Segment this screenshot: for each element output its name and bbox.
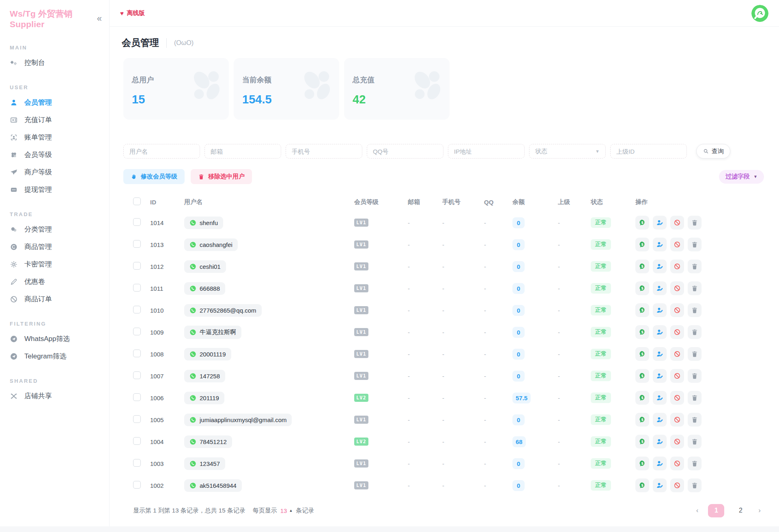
row-action-ban-user-button[interactable]: [670, 281, 684, 295]
sidebar-item-category-management[interactable]: 分类管理: [0, 221, 109, 238]
page-button-2[interactable]: 2: [732, 504, 749, 517]
row-action-edit-user-button[interactable]: [653, 413, 667, 427]
sidebar-item-bill-management[interactable]: 账单管理: [0, 129, 109, 146]
row-action-ban-user-button[interactable]: [670, 216, 684, 230]
filter-qq-input[interactable]: [367, 144, 443, 159]
filter-username-input[interactable]: [123, 144, 200, 159]
filter-fields-button[interactable]: 过滤字段 ▼: [719, 170, 764, 184]
row-checkbox[interactable]: [133, 284, 141, 292]
row-action-message-money-button[interactable]: [635, 238, 649, 251]
row-action-delete-user-button[interactable]: [688, 238, 702, 251]
row-action-message-money-button[interactable]: [635, 260, 649, 273]
row-action-delete-user-button[interactable]: [688, 216, 702, 230]
row-action-message-money-button[interactable]: [635, 369, 649, 383]
sidebar-item-dashboard[interactable]: 控制台: [0, 54, 109, 71]
row-action-ban-user-button[interactable]: [670, 238, 684, 251]
row-action-edit-user-button[interactable]: [653, 303, 667, 317]
row-action-delete-user-button[interactable]: [688, 369, 702, 383]
row-action-edit-user-button[interactable]: [653, 457, 667, 470]
row-action-edit-user-button[interactable]: [653, 369, 667, 383]
per-page-dropdown[interactable]: 13 ▲: [280, 507, 293, 514]
row-action-edit-user-button[interactable]: [653, 260, 667, 273]
sidebar-collapse-icon[interactable]: «: [97, 14, 102, 23]
row-action-message-money-button[interactable]: [635, 281, 649, 295]
row-action-message-money-button[interactable]: [635, 216, 649, 230]
filter-email-input[interactable]: [204, 144, 281, 159]
row-action-message-money-button[interactable]: [635, 413, 649, 427]
row-action-message-money-button[interactable]: [635, 347, 649, 361]
row-action-ban-user-button[interactable]: [670, 260, 684, 273]
row-action-ban-user-button[interactable]: [670, 391, 684, 405]
row-action-message-money-button[interactable]: [635, 391, 649, 405]
row-action-delete-user-button[interactable]: [688, 325, 702, 339]
filter-phone-input[interactable]: [286, 144, 362, 159]
row-action-ban-user-button[interactable]: [670, 413, 684, 427]
status-select[interactable]: 状态 ▼: [529, 144, 606, 159]
row-action-delete-user-button[interactable]: [688, 391, 702, 405]
avatar[interactable]: [751, 5, 768, 22]
row-action-edit-user-button[interactable]: [653, 281, 667, 295]
sidebar-item-shop-share[interactable]: 店铺共享: [0, 387, 109, 405]
row-action-delete-user-button[interactable]: [688, 478, 702, 492]
sidebar-item-product-management[interactable]: 商品管理: [0, 238, 109, 255]
sidebar-item-member-management[interactable]: 会员管理: [0, 94, 109, 111]
filter-parent-id-input[interactable]: [610, 144, 687, 159]
sidebar-item-product-orders[interactable]: 商品订单: [0, 290, 109, 308]
row-action-edit-user-button[interactable]: [653, 216, 667, 230]
row-action-ban-user-button[interactable]: [670, 347, 684, 361]
row-checkbox[interactable]: [133, 393, 141, 401]
row-checkbox[interactable]: [133, 306, 141, 313]
sidebar-item-card-key-management[interactable]: 卡密管理: [0, 255, 109, 273]
row-action-edit-user-button[interactable]: [653, 238, 667, 251]
row-action-edit-user-button[interactable]: [653, 435, 667, 448]
row-checkbox[interactable]: [133, 459, 141, 467]
row-checkbox[interactable]: [133, 350, 141, 357]
row-action-ban-user-button[interactable]: [670, 435, 684, 448]
row-action-delete-user-button[interactable]: [688, 281, 702, 295]
sidebar-item-telegram-filter[interactable]: Telegram筛选: [0, 348, 109, 365]
row-action-message-money-button[interactable]: [635, 325, 649, 339]
row-action-ban-user-button[interactable]: [670, 303, 684, 317]
prev-page-button[interactable]: ‹: [695, 506, 700, 515]
row-checkbox[interactable]: [133, 262, 141, 270]
row-action-delete-user-button[interactable]: [688, 260, 702, 273]
edit-member-level-button[interactable]: 修改会员等级: [123, 169, 185, 184]
sidebar-item-withdraw-management[interactable]: 提现管理: [0, 181, 109, 198]
row-action-ban-user-button[interactable]: [670, 369, 684, 383]
row-checkbox[interactable]: [133, 371, 141, 379]
remove-selected-users-button[interactable]: 移除选中用户: [191, 169, 252, 184]
sidebar-item-whatsapp-filter[interactable]: WhatsApp筛选: [0, 330, 109, 348]
row-action-delete-user-button[interactable]: [688, 413, 702, 427]
filter-ip-input[interactable]: [448, 144, 525, 159]
row-action-edit-user-button[interactable]: [653, 325, 667, 339]
row-checkbox[interactable]: [133, 328, 141, 335]
row-action-delete-user-button[interactable]: [688, 303, 702, 317]
row-action-message-money-button[interactable]: [635, 457, 649, 470]
sidebar-item-member-levels[interactable]: 会员等级: [0, 146, 109, 163]
row-action-message-money-button[interactable]: [635, 303, 649, 317]
row-checkbox[interactable]: [133, 218, 141, 226]
row-action-ban-user-button[interactable]: [670, 325, 684, 339]
row-checkbox[interactable]: [133, 240, 141, 248]
select-all-checkbox[interactable]: [133, 197, 141, 205]
row-action-delete-user-button[interactable]: [688, 347, 702, 361]
next-page-button[interactable]: ›: [757, 506, 762, 515]
offline-version-badge[interactable]: ♥ 离线版: [120, 9, 145, 17]
page-button-1[interactable]: 1: [708, 504, 724, 517]
sidebar-item-coupons[interactable]: 优惠卷: [0, 273, 109, 290]
row-action-edit-user-button[interactable]: [653, 478, 667, 492]
row-action-edit-user-button[interactable]: [653, 347, 667, 361]
sidebar-item-recharge-orders[interactable]: 充值订单: [0, 111, 109, 129]
row-action-edit-user-button[interactable]: [653, 391, 667, 405]
row-checkbox[interactable]: [133, 437, 141, 445]
row-action-ban-user-button[interactable]: [670, 478, 684, 492]
search-button[interactable]: 查询: [696, 144, 730, 159]
row-checkbox[interactable]: [133, 481, 141, 489]
row-action-ban-user-button[interactable]: [670, 457, 684, 470]
row-checkbox[interactable]: [133, 415, 141, 423]
row-action-delete-user-button[interactable]: [688, 435, 702, 448]
sidebar-item-merchant-levels[interactable]: 商户等级: [0, 163, 109, 181]
row-action-message-money-button[interactable]: [635, 478, 649, 492]
row-action-message-money-button[interactable]: [635, 435, 649, 448]
row-action-delete-user-button[interactable]: [688, 457, 702, 470]
